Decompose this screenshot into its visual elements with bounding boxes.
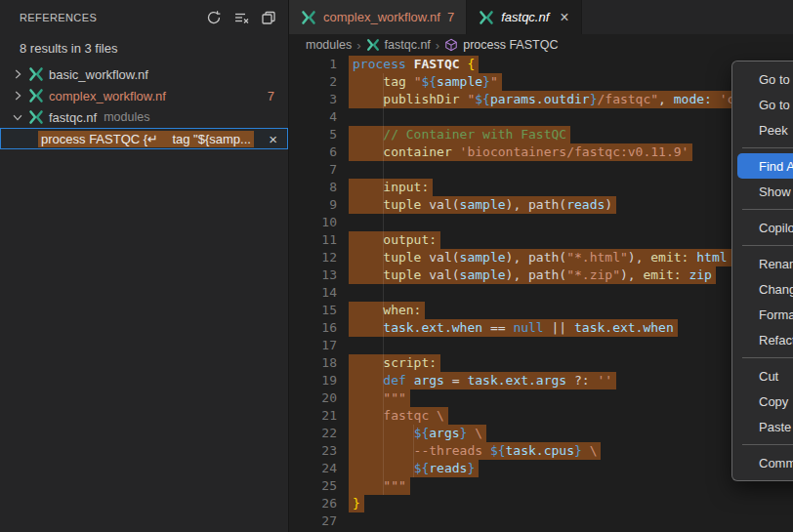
line-number: 25 [289,477,337,495]
menu-item-label: Refactor... [759,333,793,348]
line-number: 21 [289,407,337,425]
close-icon[interactable]: × [269,132,277,146]
chevron-right-icon[interactable] [10,66,25,82]
code-line-17[interactable]: 17 [289,337,793,354]
tree-item-basic-workflow-nf[interactable]: basic_workflow.nf [0,63,288,85]
breadcrumb-item-modules[interactable]: modules [306,38,352,52]
menu-separator [742,209,793,210]
code-line-4[interactable]: 4 [289,108,793,126]
chevron-right-icon[interactable] [10,88,25,103]
code-line-21[interactable]: 21 fastqc \ [289,407,793,425]
code-line-22[interactable]: 22 ${args} \ [289,425,793,442]
code-line-20[interactable]: 20 """ [289,389,793,407]
code-line-27[interactable]: 27 [289,512,793,530]
chevron-down-icon[interactable] [10,109,25,125]
code-text [349,161,356,179]
code-line-1[interactable]: 1process FASTQC { [289,56,793,73]
code-line-26[interactable]: 26} [289,495,793,512]
code-line-8[interactable]: 8 input: [289,179,793,196]
menu-item-copy[interactable]: Copy [737,389,793,414]
menu-item-refactor[interactable]: Refactor...^⇧R [737,327,793,352]
code-text: """ [349,477,410,495]
code-text: when: [349,302,425,319]
code-text: publishDir "${params.outdir}/fastqc", mo… [349,91,770,108]
code-editor[interactable]: 1process FASTQC {2 tag "${sample}"3 publ… [289,56,793,530]
code-text: """ [349,389,410,407]
line-number: 15 [289,302,337,319]
line-number: 10 [289,214,337,231]
menu-item-find-all-references[interactable]: Find All References⇧⌥F12 [737,153,793,179]
references-panel-header: REFERENCES [0,0,288,34]
code-text: tag "${sample}" [349,73,502,91]
code-line-24[interactable]: 24 ${reads} [289,460,793,477]
menu-item-rename-symbol[interactable]: Rename SymbolF2 [737,251,793,276]
code-line-12[interactable]: 12 tuple val(sample), path("*.html"), em… [289,249,793,266]
tree-item-fastqc-nf[interactable]: fastqc.nfmodules [0,106,288,128]
code-line-25[interactable]: 25 """ [289,477,793,495]
code-text [349,337,356,354]
menu-item-copilot[interactable]: Copilot› [737,215,793,240]
tree-item-complex-workflow-nf[interactable]: complex_workflow.nf7 [0,85,288,106]
menu-item-peek[interactable]: Peek› [737,117,793,143]
code-line-10[interactable]: 10 [289,214,793,231]
match-preview: process FASTQC {↵ tag "${samp... [38,131,254,147]
code-line-23[interactable]: 23 --threads ${task.cpus} \ [289,442,793,460]
nextflow-file-icon [28,109,44,125]
code-line-6[interactable]: 6 container 'biocontainers/fastqc:v0.11.… [289,143,793,161]
code-line-11[interactable]: 11 output: [289,231,793,249]
line-number: 3 [289,91,337,108]
line-number: 23 [289,442,337,460]
file-name-label: fastqc.nf [49,110,97,125]
menu-separator [742,357,793,358]
menu-item-label: Go to Definition [759,72,793,87]
line-number: 17 [289,337,337,354]
menu-item-label: Copy [759,394,788,409]
menu-item-label: Paste [759,420,791,434]
code-line-15[interactable]: 15 when: [289,302,793,319]
result-item-process-fastqc[interactable]: process FASTQC {↵ tag "${samp...× [0,128,288,149]
breadcrumb-item-process-fastqc[interactable]: process FASTQC [463,38,558,52]
line-number: 22 [289,425,337,442]
menu-item-show-call-hierarchy[interactable]: Show Call Hierarchy⇧⌥H [737,179,793,204]
close-icon[interactable]: × [560,10,568,25]
code-line-18[interactable]: 18 script: [289,354,793,372]
code-line-16[interactable]: 16 task.ext.when == null || task.ext.whe… [289,319,793,337]
clear-all-icon[interactable] [233,10,249,25]
code-text: } [349,495,364,512]
line-number: 11 [289,231,337,249]
menu-item-go-to-references[interactable]: Go to References⇧F12 [737,92,793,117]
code-text: --threads ${task.cpus} \ [349,442,601,460]
menu-item-cut[interactable]: Cut [737,363,793,389]
code-text: script: [349,354,440,372]
menu-item-label: Peek [759,123,788,138]
code-line-19[interactable]: 19 def args = task.ext.args ?: '' [289,372,793,389]
code-text: output: [349,231,440,249]
menu-item-command-palette[interactable]: Command Palette...⇧⌘P [737,450,793,475]
menu-item-go-to-definition[interactable]: Go to Definition⌘F12 [737,66,793,92]
code-line-9[interactable]: 9 tuple val(sample), path(reads) [289,196,793,214]
line-number: 4 [289,108,337,126]
menu-separator [742,245,793,246]
tab-fastqc-nf[interactable]: fastqc.nf× [467,0,581,34]
code-text: tuple val(sample), path("*.zip"), emit: … [349,266,716,284]
code-line-5[interactable]: 5 // Container with FastQC [289,126,793,143]
menu-item-label: Copilot [759,221,793,235]
code-text [349,108,356,126]
code-line-14[interactable]: 14 [289,284,793,302]
editor-context-menu: Go to Definition⌘F12Go to References⇧F12… [731,61,793,481]
menu-item-paste[interactable]: Paste [737,414,793,439]
tab-complex-workflow-nf[interactable]: complex_workflow.nf7 [289,0,467,34]
code-line-13[interactable]: 13 tuple val(sample), path("*.zip"), emi… [289,266,793,284]
menu-item-format-document[interactable]: Format Document⇧⌥F [737,302,793,327]
code-line-7[interactable]: 7 [289,161,793,179]
menu-item-change-all-occurrences[interactable]: Change All Occurrences⌘F2 [737,276,793,302]
menu-item-label: Format Document [759,307,793,322]
breadcrumb-item-fastqc-nf[interactable]: fastqc.nf [385,38,431,52]
code-line-2[interactable]: 2 tag "${sample}" [289,73,793,91]
menu-item-label: Cut [759,369,778,384]
collapse-all-icon[interactable] [261,10,276,25]
refresh-icon[interactable] [206,10,222,25]
tab-label: complex_workflow.nf [323,10,440,24]
tab-badge: 7 [447,10,454,24]
code-line-3[interactable]: 3 publishDir "${params.outdir}/fastqc", … [289,91,793,108]
